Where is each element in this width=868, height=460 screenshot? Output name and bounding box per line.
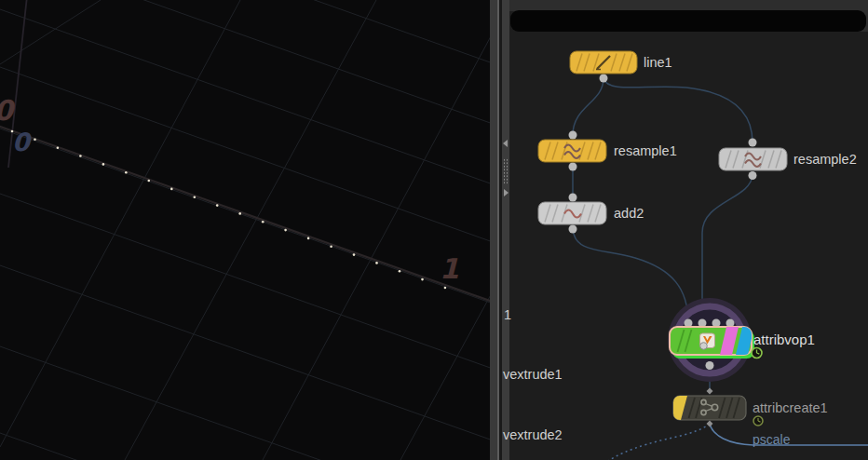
clipped-node-label-vextrude2[interactable]: vextrude2 xyxy=(503,427,563,442)
splitter-collapse-left-icon[interactable] xyxy=(503,140,508,147)
clipped-node-label-1[interactable]: 1 xyxy=(504,307,511,322)
viewport-3d[interactable]: 0 0 1 xyxy=(0,0,490,460)
ground-grid xyxy=(0,0,490,460)
node-resample1[interactable] xyxy=(538,131,606,171)
viewport-canvas[interactable] xyxy=(0,0,490,460)
wire-line1-resample2[interactable] xyxy=(604,78,753,142)
splitter-collapse-right-icon[interactable] xyxy=(504,189,509,196)
wire-line1-resample1[interactable] xyxy=(573,78,604,135)
resample1-input-connector[interactable] xyxy=(569,131,577,140)
time-dependent-badge xyxy=(753,416,763,426)
node-label-attribcreate1[interactable]: attribcreate1 xyxy=(753,400,828,415)
splitter-grip-handle[interactable] xyxy=(503,158,509,184)
node-resample2[interactable] xyxy=(719,139,787,181)
node-label-attribvop1[interactable]: attribvop1 xyxy=(753,331,815,347)
wire-reference-dotted[interactable] xyxy=(608,424,710,460)
node-add2[interactable] xyxy=(538,194,606,234)
node-label-line1[interactable]: line1 xyxy=(644,55,672,70)
node-label-resample1[interactable]: resample1 xyxy=(614,143,677,158)
attribcreate1-input-connector[interactable] xyxy=(707,388,713,395)
node-attribvop1[interactable] xyxy=(668,298,762,382)
node-line1[interactable] xyxy=(570,51,637,83)
attribcreate1-output-connector[interactable] xyxy=(707,421,713,427)
network-editor[interactable]: line1 resample1 resample2 add2 attribvop… xyxy=(509,0,868,460)
time-dependent-badge xyxy=(752,348,762,359)
node-attribcreate1[interactable] xyxy=(673,388,763,427)
resample2-input-connector[interactable] xyxy=(749,139,757,147)
resample1-output-connector[interactable] xyxy=(569,163,577,171)
attribvop1-output-connector[interactable] xyxy=(706,361,714,370)
node-label-resample2[interactable]: resample2 xyxy=(793,152,857,167)
clipped-node-label-vextrude1[interactable]: vextrude1 xyxy=(503,367,563,382)
attribvop-icon xyxy=(700,333,715,349)
add2-output-connector[interactable] xyxy=(569,225,577,234)
houdini-workspace: 0 0 1 xyxy=(0,0,868,460)
line1-output-connector[interactable] xyxy=(600,74,608,83)
wire-add2-attribvop1[interactable] xyxy=(573,229,688,323)
pane-border-strip xyxy=(490,0,497,460)
grid-label-z0: 0 xyxy=(12,129,30,155)
grid-label-x0: 0 xyxy=(0,97,13,125)
attribute-badge-pscale: pscale xyxy=(753,432,790,447)
resample2-output-connector[interactable] xyxy=(749,171,757,180)
grid-label-x1: 1 xyxy=(440,255,459,283)
node-label-add2[interactable]: add2 xyxy=(614,206,644,221)
add2-input-connector[interactable] xyxy=(569,194,577,202)
pane-splitter[interactable] xyxy=(502,0,509,460)
